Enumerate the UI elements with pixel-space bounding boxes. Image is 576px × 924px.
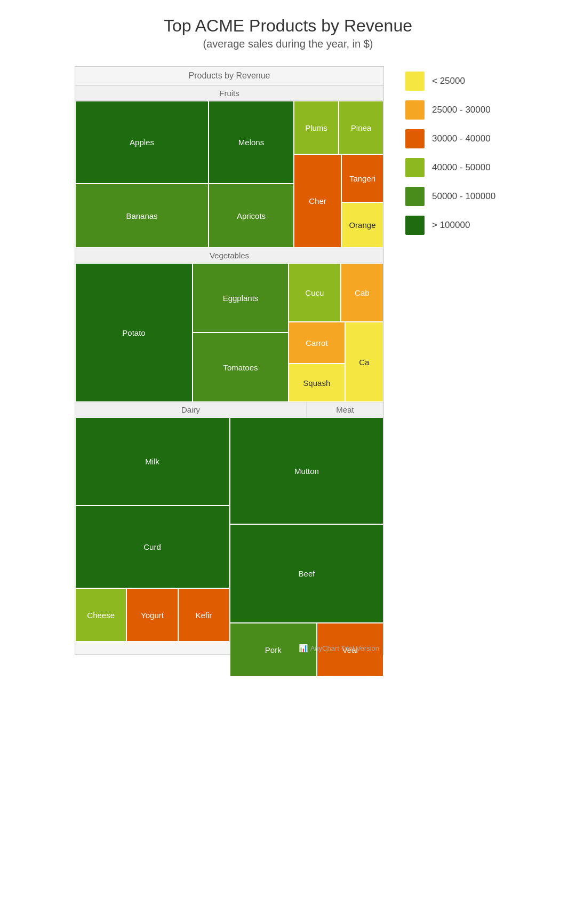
- meat-col: Mutton Beef Pork Veal: [230, 417, 383, 642]
- legend-swatch: [405, 72, 425, 91]
- cell-beef: Beef: [230, 524, 383, 623]
- legend-label: 25000 - 30000: [432, 105, 491, 115]
- veg-right: Cucu Cab Carrot Squash Ca: [289, 263, 383, 402]
- cell-tangeri: Tangeri: [341, 154, 383, 202]
- cell-tomatoes: Tomatoes: [193, 333, 289, 402]
- cell-milk: Milk: [75, 417, 229, 506]
- treemap-header: Products by Revenue: [75, 67, 383, 85]
- cell-cab: Cab: [341, 263, 383, 322]
- watermark-icon: 📊: [299, 644, 308, 652]
- cell-kefir: Kefir: [178, 588, 229, 642]
- cell-squash: Squash: [289, 364, 345, 402]
- cell-potato: Potato: [75, 263, 193, 402]
- section-meat-header: Meat: [307, 402, 383, 417]
- legend-label: > 100000: [432, 220, 470, 231]
- legend-item: 40000 - 50000: [405, 158, 501, 177]
- cell-melons: Melons: [209, 101, 294, 184]
- section-dairy-header: Dairy: [75, 402, 307, 417]
- fruits-right: Plums Pinea Cher Tangeri Orange: [294, 101, 383, 248]
- fruits-right-bottom: Cher Tangeri Orange: [294, 154, 383, 248]
- section-veg-header: Vegetables: [75, 248, 383, 263]
- legend-label: 40000 - 50000: [432, 162, 491, 173]
- cell-yogurt: Yogurt: [126, 588, 178, 642]
- cell-eggplants: Eggplants: [193, 263, 289, 333]
- veg-right-bottom: Carrot Squash Ca: [289, 322, 383, 402]
- legend-item: 25000 - 30000: [405, 100, 501, 120]
- section-fruits-header: Fruits: [75, 85, 383, 101]
- watermark-text: AnyChart Trial Version: [310, 644, 379, 652]
- legend-label: 30000 - 40000: [432, 133, 491, 144]
- fruits-right-top: Plums Pinea: [294, 101, 383, 154]
- dairy-bottom: Cheese Yogurt Kefir: [75, 588, 229, 642]
- cell-mutton: Mutton: [230, 417, 383, 524]
- main-title: Top ACME Products by Revenue: [164, 16, 412, 36]
- legend-label: < 25000: [432, 76, 465, 86]
- legend-swatch: [405, 100, 425, 120]
- legend-item: < 25000: [405, 72, 501, 91]
- legend-item: > 100000: [405, 216, 501, 235]
- legend-swatch: [405, 187, 425, 206]
- cell-apricots: Apricots: [209, 184, 294, 248]
- subtitle: (average sales during the year, in $): [203, 38, 373, 50]
- veg-row: Potato Eggplants Tomatoes Cucu Cab Carro…: [75, 263, 383, 402]
- fruits-left: Apples Bananas: [75, 101, 209, 248]
- treemap: Products by Revenue Fruits Apples Banana…: [75, 66, 384, 655]
- dairy-meat-headers: Dairy Meat: [75, 402, 383, 417]
- veg-right-top: Cucu Cab: [289, 263, 383, 322]
- legend-swatch: [405, 129, 425, 148]
- dairy-meat-body: Milk Curd Cheese Yogurt Kefir Mutton Bee…: [75, 417, 383, 642]
- cell-apples: Apples: [75, 101, 209, 184]
- fruits-row: Apples Bananas Melons Apricots Plums Pin…: [75, 101, 383, 248]
- chart-area: Products by Revenue Fruits Apples Banana…: [59, 66, 517, 655]
- legend: < 2500025000 - 3000030000 - 4000040000 -…: [405, 66, 501, 235]
- cell-cheese: Cheese: [75, 588, 126, 642]
- dairy-col: Milk Curd Cheese Yogurt Kefir: [75, 417, 230, 642]
- cell-ca: Ca: [345, 322, 383, 402]
- veg-mid: Eggplants Tomatoes: [193, 263, 289, 402]
- legend-swatch: [405, 216, 425, 235]
- cell-cucu: Cucu: [289, 263, 341, 322]
- legend-label: 50000 - 100000: [432, 191, 495, 202]
- cell-bananas: Bananas: [75, 184, 209, 248]
- cell-carrot: Carrot: [289, 322, 345, 364]
- cell-curd: Curd: [75, 506, 229, 588]
- cell-cher: Cher: [294, 154, 341, 248]
- cell-pinea: Pinea: [339, 101, 383, 154]
- legend-item: 30000 - 40000: [405, 129, 501, 148]
- cell-plums: Plums: [294, 101, 339, 154]
- legend-item: 50000 - 100000: [405, 187, 501, 206]
- fruits-mid: Melons Apricots: [209, 101, 294, 248]
- cell-orange: Orange: [341, 202, 383, 248]
- legend-swatch: [405, 158, 425, 177]
